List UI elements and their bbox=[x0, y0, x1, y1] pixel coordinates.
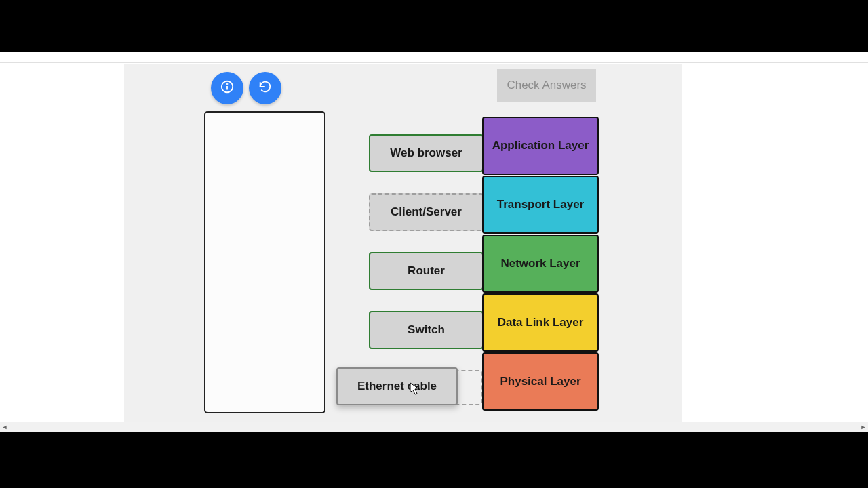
drop-zone-application[interactable]: Web browser bbox=[369, 134, 484, 172]
info-button[interactable] bbox=[211, 72, 243, 104]
drop-zone-label: Web browser bbox=[390, 146, 462, 160]
layer-label: Data Link Layer bbox=[498, 316, 584, 329]
layer-label: Transport Layer bbox=[497, 198, 585, 211]
layer-datalink: Data Link Layer bbox=[482, 293, 599, 352]
refresh-icon bbox=[258, 79, 273, 97]
drop-zone-label: Switch bbox=[408, 323, 445, 337]
drop-zone-label: Client/Server bbox=[391, 205, 462, 219]
layer-label: Application Layer bbox=[492, 139, 589, 152]
scroll-left-icon[interactable]: ◄ bbox=[0, 422, 9, 432]
source-card-area[interactable] bbox=[204, 111, 326, 413]
letterbox-bottom bbox=[0, 432, 868, 488]
letterbox-top bbox=[0, 0, 868, 52]
layer-label: Network Layer bbox=[500, 257, 580, 270]
info-icon bbox=[220, 79, 235, 97]
check-answers-label: Check Answers bbox=[507, 79, 586, 92]
scroll-right-icon[interactable]: ► bbox=[859, 422, 868, 432]
check-answers-button[interactable]: Check Answers bbox=[497, 69, 596, 102]
dragging-card[interactable]: Ethernet cable bbox=[336, 367, 458, 405]
layer-application: Application Layer bbox=[482, 117, 599, 175]
layer-network: Network Layer bbox=[482, 235, 599, 293]
reset-button[interactable] bbox=[249, 72, 281, 104]
drop-zone-datalink[interactable]: Switch bbox=[369, 311, 484, 349]
app-canvas: Check Answers Web browser Application La… bbox=[0, 52, 868, 432]
drop-zone-transport[interactable]: Client/Server bbox=[369, 193, 484, 231]
dragging-card-label: Ethernet cable bbox=[357, 380, 437, 393]
activity-panel: Check Answers Web browser Application La… bbox=[124, 64, 682, 430]
layer-label: Physical Layer bbox=[500, 375, 580, 388]
horizontal-scrollbar[interactable]: ◄ ► bbox=[0, 422, 868, 432]
top-rule bbox=[0, 62, 868, 63]
layer-transport: Transport Layer bbox=[482, 176, 599, 234]
svg-point-2 bbox=[227, 83, 228, 84]
drop-zone-network[interactable]: Router bbox=[369, 252, 484, 290]
drop-zone-label: Router bbox=[408, 264, 445, 278]
layer-physical: Physical Layer bbox=[482, 352, 599, 411]
